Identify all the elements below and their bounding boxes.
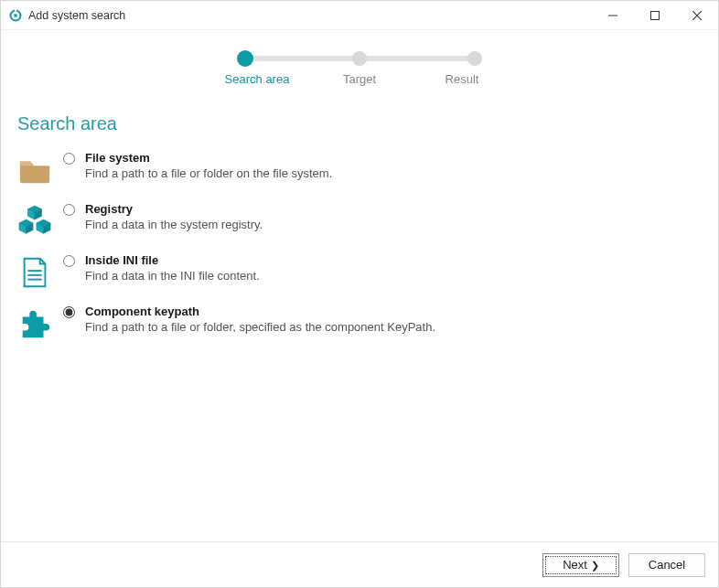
option-title: File system bbox=[85, 151, 702, 165]
option-desc: Find a data in the INI file content. bbox=[85, 269, 702, 283]
radio-wrapper bbox=[63, 151, 80, 167]
option-desc: Find a path to a file or folder, specifi… bbox=[85, 320, 702, 334]
step-dot-result[interactable] bbox=[467, 51, 482, 66]
window-title: Add system search bbox=[28, 9, 125, 22]
svg-rect-2 bbox=[15, 8, 16, 11]
svg-point-1 bbox=[14, 14, 17, 17]
radio-ini-file[interactable] bbox=[63, 255, 75, 267]
cancel-button[interactable]: Cancel bbox=[628, 553, 705, 577]
option-component-keypath[interactable]: Component keypath Find a path to a file … bbox=[17, 299, 702, 350]
option-title: Component keypath bbox=[85, 305, 702, 318]
stepper-track bbox=[241, 56, 478, 61]
search-area-options: File system Find a path to a file or fol… bbox=[17, 145, 702, 350]
option-title: Inside INI file bbox=[85, 253, 702, 267]
step-dot-search-area[interactable] bbox=[237, 50, 253, 67]
step-label-search-area[interactable]: Search area bbox=[220, 72, 294, 86]
dialog-footer: Next ❯ Cancel bbox=[1, 541, 718, 587]
chevron-right-icon: ❯ bbox=[591, 560, 599, 572]
folder-icon bbox=[17, 153, 52, 187]
step-label-target[interactable]: Target bbox=[323, 72, 396, 86]
dialog-body: Search area Target Result Search area bbox=[1, 30, 718, 541]
step-label-result[interactable]: Result bbox=[425, 72, 499, 86]
maximize-button[interactable] bbox=[634, 1, 676, 30]
radio-registry[interactable] bbox=[63, 204, 75, 216]
svg-rect-3 bbox=[651, 11, 660, 19]
next-button[interactable]: Next ❯ bbox=[542, 553, 619, 577]
radio-wrapper bbox=[63, 305, 80, 321]
section-heading: Search area bbox=[17, 113, 702, 134]
option-desc: Find a path to a file or folder on the f… bbox=[85, 166, 702, 180]
cancel-button-label: Cancel bbox=[649, 558, 685, 572]
cubes-icon bbox=[17, 204, 52, 239]
close-button[interactable] bbox=[676, 1, 718, 30]
radio-file-system[interactable] bbox=[63, 153, 75, 165]
option-ini-file[interactable]: Inside INI file Find a data in the INI f… bbox=[17, 248, 702, 299]
option-desc: Find a data in the system registry. bbox=[85, 218, 702, 231]
step-dot-target[interactable] bbox=[352, 51, 367, 66]
option-file-system[interactable]: File system Find a path to a file or fol… bbox=[17, 145, 702, 197]
option-registry[interactable]: Registry Find a data in the system regis… bbox=[17, 197, 702, 248]
stepper-labels: Search area Target Result bbox=[220, 72, 499, 86]
minimize-button[interactable] bbox=[592, 1, 634, 30]
title-bar: Add system search bbox=[1, 1, 718, 30]
puzzle-icon bbox=[17, 306, 52, 341]
radio-component-keypath[interactable] bbox=[63, 306, 75, 318]
wizard-stepper: Search area Target Result bbox=[241, 56, 478, 86]
app-icon bbox=[8, 8, 23, 23]
dialog-window: Add system search Search area Target Res… bbox=[0, 0, 719, 588]
radio-wrapper bbox=[63, 253, 80, 270]
next-button-label: Next bbox=[563, 558, 587, 572]
radio-wrapper bbox=[63, 202, 80, 219]
option-title: Registry bbox=[85, 202, 702, 216]
ini-file-icon bbox=[17, 255, 52, 290]
